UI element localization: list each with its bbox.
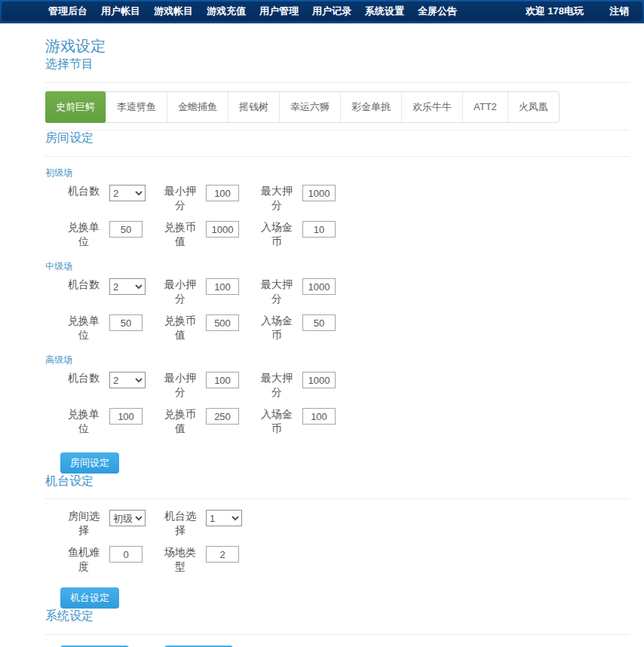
room-name: 初级场 — [45, 167, 630, 179]
section-title-room-settings: 房间设定 — [45, 130, 630, 146]
nav-item-user-accounts[interactable]: 用户帐目 — [101, 5, 140, 18]
label-max-bet: 最大押分 — [257, 278, 296, 306]
main-content: 游戏设定 选择节目 史前巨鳄 李逵劈鱼 金蟾捕鱼 摇钱树 幸运六狮 彩金单挑 欢… — [45, 36, 630, 647]
section-title-select-program: 选择节目 — [45, 57, 630, 72]
fish-difficulty-input[interactable] — [109, 546, 143, 563]
min-bet-input[interactable] — [206, 185, 239, 201]
divider — [45, 82, 630, 83]
label-exchange-unit: 兑换单位 — [64, 407, 103, 436]
top-navbar-inner: 管理后台 用户帐目 游戏帐目 游戏充值 用户管理 用户记录 系统设置 全屏公告 … — [2, 2, 642, 21]
max-bet-input[interactable] — [302, 372, 336, 388]
room-settings-submit-button[interactable]: 房间设定 — [60, 452, 119, 474]
field-type-input[interactable] — [206, 546, 239, 563]
tab-prehistoric-croc[interactable]: 史前巨鳄 — [45, 91, 106, 123]
label-min-bet: 最小押分 — [161, 278, 200, 306]
exchange-value-input[interactable] — [206, 221, 239, 238]
label-exchange-value: 兑换币值 — [161, 314, 200, 342]
exchange-unit-input[interactable] — [109, 221, 143, 238]
room-group-advanced: 高级场 机台数 2 最小押分 最大押分 兑换单位 兑换币值 入场金币 — [45, 354, 630, 437]
label-machine-count: 机台数 — [64, 278, 103, 292]
nav-item-fullscreen-notice[interactable]: 全屏公告 — [418, 5, 457, 18]
label-exchange-value: 兑换币值 — [161, 220, 200, 249]
room-name: 高级场 — [45, 354, 630, 366]
exchange-value-input[interactable] — [206, 314, 239, 331]
room-row-exchange: 兑换单位 兑换币值 入场金币 — [45, 407, 630, 437]
label-exchange-unit: 兑换单位 — [64, 220, 103, 249]
room-row-machines-bets: 机台数 2 最小押分 最大押分 — [45, 278, 630, 308]
divider — [45, 156, 630, 157]
label-max-bet: 最大押分 — [257, 371, 296, 400]
tab-att2[interactable]: ATT2 — [462, 92, 508, 122]
nav-item-user-manage[interactable]: 用户管理 — [259, 5, 299, 18]
room-row-exchange: 兑换单位 兑换币值 入场金币 — [45, 220, 630, 250]
machine-select[interactable]: 1 — [206, 510, 242, 526]
machine-row-selects: 房间选择 初级 机台选择 1 — [45, 509, 630, 539]
label-entry-coin: 入场金币 — [257, 314, 296, 342]
room-group-intermediate: 中级场 机台数 2 最小押分 最大押分 兑换单位 兑换币值 入场金币 — [45, 260, 630, 344]
max-bet-input[interactable] — [302, 278, 336, 295]
room-row-machines-bets: 机台数 2 最小押分 最大押分 — [45, 184, 630, 214]
entry-coin-input[interactable] — [302, 221, 336, 238]
label-entry-coin: 入场金币 — [257, 407, 296, 436]
min-bet-input[interactable] — [206, 278, 239, 295]
navbar-right: 欢迎 178电玩 注销 — [526, 5, 629, 18]
exchange-unit-input[interactable] — [109, 314, 143, 331]
label-exchange-value: 兑换币值 — [161, 407, 200, 436]
room-group-beginner: 初级场 机台数 2 最小押分 最大押分 兑换单位 兑换币值 入场金币 — [45, 167, 630, 250]
machine-count-select[interactable]: 2 — [109, 185, 146, 201]
label-exchange-unit: 兑换单位 — [64, 314, 103, 342]
machine-settings-submit-button[interactable]: 机台设定 — [60, 587, 119, 609]
exchange-unit-input[interactable] — [109, 408, 143, 425]
tab-likui-fish[interactable]: 李逵劈鱼 — [106, 92, 167, 122]
exchange-value-input[interactable] — [206, 408, 239, 425]
min-bet-input[interactable] — [206, 372, 239, 388]
tab-money-tree[interactable]: 摇钱树 — [228, 92, 279, 122]
label-machine-count: 机台数 — [64, 371, 103, 385]
top-navbar: 管理后台 用户帐目 游戏帐目 游戏充值 用户管理 用户记录 系统设置 全屏公告 … — [0, 0, 644, 23]
tab-jackpot-duel[interactable]: 彩金单挑 — [340, 92, 401, 122]
game-tab-bar: 史前巨鳄 李逵劈鱼 金蟾捕鱼 摇钱树 幸运六狮 彩金单挑 欢乐牛牛 ATT2 火… — [45, 91, 560, 123]
entry-coin-input[interactable] — [302, 314, 336, 331]
section-title-machine-settings: 机台设定 — [45, 474, 630, 489]
nav-item-admin-backend[interactable]: 管理后台 — [48, 5, 87, 18]
tab-golden-toad[interactable]: 金蟾捕鱼 — [167, 92, 228, 122]
room-row-machines-bets: 机台数 2 最小押分 最大押分 — [45, 371, 630, 401]
tab-fire-phoenix[interactable]: 火凤凰 — [508, 92, 559, 122]
label-min-bet: 最小押分 — [161, 371, 200, 400]
label-min-bet: 最小押分 — [161, 184, 200, 213]
tab-lucky-six-lions[interactable]: 幸运六狮 — [279, 92, 340, 122]
nav-item-user-records[interactable]: 用户记录 — [312, 5, 351, 18]
machine-count-select[interactable]: 2 — [109, 278, 146, 295]
section-title-system-settings: 系统设定 — [45, 609, 630, 624]
label-machine-select: 机台选择 — [161, 509, 200, 538]
label-machine-count: 机台数 — [64, 184, 103, 198]
machine-count-select[interactable]: 2 — [109, 372, 146, 388]
room-name: 中级场 — [45, 260, 630, 273]
divider — [45, 634, 630, 635]
room-select[interactable]: 初级 — [109, 510, 146, 526]
label-room-select: 房间选择 — [64, 509, 103, 538]
label-fish-difficulty: 鱼机难度 — [64, 545, 103, 574]
label-max-bet: 最大押分 — [257, 184, 296, 213]
machine-row-params: 鱼机难度 场地类型 — [45, 545, 630, 575]
logout-link[interactable]: 注销 — [609, 5, 629, 18]
nav-item-system-settings[interactable]: 系统设置 — [365, 5, 404, 18]
nav-item-game-recharge[interactable]: 游戏充值 — [207, 5, 246, 18]
room-row-exchange: 兑换单位 兑换币值 入场金币 — [45, 314, 630, 344]
nav-item-game-accounts[interactable]: 游戏帐目 — [154, 5, 193, 18]
welcome-text: 欢迎 178电玩 — [526, 5, 584, 18]
divider — [45, 498, 630, 499]
tab-happy-niuniu[interactable]: 欢乐牛牛 — [401, 92, 462, 122]
label-entry-coin: 入场金币 — [257, 220, 296, 249]
page-title: 游戏设定 — [45, 36, 630, 57]
max-bet-input[interactable] — [302, 185, 336, 201]
entry-coin-input[interactable] — [302, 408, 336, 425]
label-field-type: 场地类型 — [161, 545, 200, 574]
